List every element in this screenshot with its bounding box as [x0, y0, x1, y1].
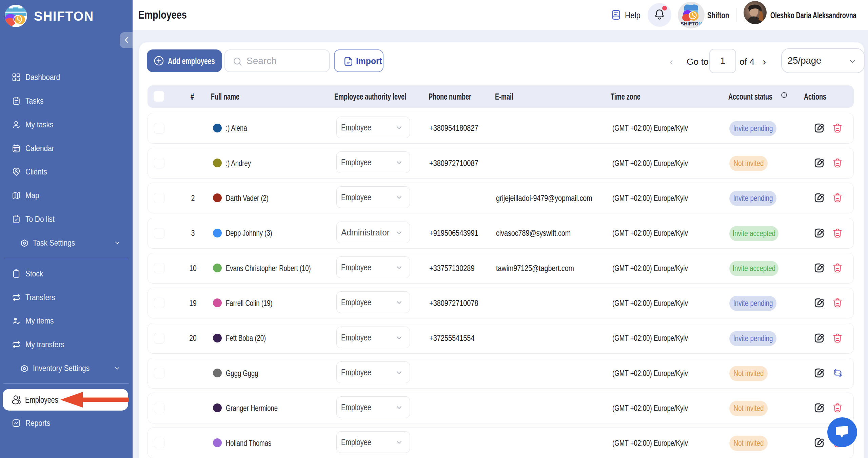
- svg-text:SHIFTON: SHIFTON: [680, 21, 702, 26]
